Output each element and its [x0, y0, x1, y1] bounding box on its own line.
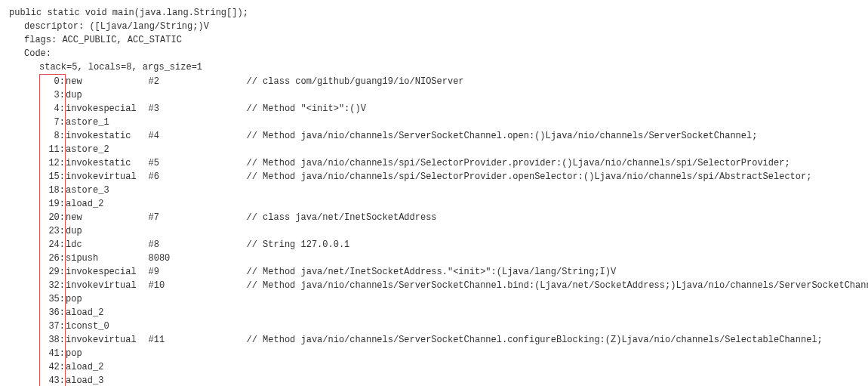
instruction-opcode: invokevirtual: [66, 333, 149, 347]
instruction-argument: #7: [149, 211, 247, 224]
instruction-argument: 8080: [149, 252, 247, 265]
instruction-offset: 35:: [40, 292, 66, 306]
method-signature: public static void main(java.lang.String…: [9, 6, 859, 20]
instruction-argument: [149, 197, 247, 211]
instruction-offset: 18:: [40, 184, 66, 197]
bytecode-row: 11:astore_2: [40, 143, 869, 156]
instruction-offset: 41:: [40, 347, 66, 360]
instruction-opcode: aload_3: [66, 374, 149, 386]
bytecode-row: 42:aload_2: [40, 360, 869, 374]
instruction-argument: [149, 143, 247, 156]
bytecode-row: 37:iconst_0: [40, 320, 869, 333]
instruction-argument: #3: [149, 102, 247, 116]
instruction-comment: [247, 116, 869, 129]
instruction-argument: #4: [149, 129, 247, 143]
instruction-comment: // Method java/nio/channels/ServerSocket…: [247, 333, 869, 347]
bytecode-row: 3:dup: [40, 88, 869, 102]
bytecode-row: 24:ldc#8// String 127.0.0.1: [40, 238, 869, 252]
instruction-comment: // Method java/nio/channels/spi/Selector…: [247, 170, 869, 184]
bytecode-row: 12:invokestatic#5// Method java/nio/chan…: [40, 156, 869, 170]
instruction-argument: [149, 292, 247, 306]
instruction-offset: 37:: [40, 320, 66, 333]
instruction-opcode: aload_2: [66, 197, 149, 211]
bytecode-row: 15:invokevirtual#6// Method java/nio/cha…: [40, 170, 869, 184]
instruction-opcode: aload_2: [66, 306, 149, 320]
instruction-argument: #2: [149, 75, 247, 89]
instruction-opcode: pop: [66, 292, 149, 306]
bytecode-row: 29:invokespecial#9// Method java/net/Ine…: [40, 265, 869, 279]
instruction-argument: #5: [149, 156, 247, 170]
instruction-opcode: new: [66, 75, 149, 89]
instruction-opcode: astore_3: [66, 184, 149, 197]
instruction-argument: [149, 320, 247, 333]
instruction-argument: #9: [149, 265, 247, 279]
instruction-comment: [247, 88, 869, 102]
instruction-comment: [247, 374, 869, 386]
bytecode-row: 43:aload_3: [40, 374, 869, 386]
instruction-comment: [247, 224, 869, 238]
bytecode-row: 0:new#2// class com/github/guang19/io/NI…: [40, 75, 869, 89]
method-descriptor: descriptor: ([Ljava/lang/String;)V: [9, 20, 859, 33]
instruction-comment: // Method java/nio/channels/ServerSocket…: [247, 129, 869, 143]
instruction-opcode: invokevirtual: [66, 170, 149, 184]
instruction-argument: #11: [149, 333, 247, 347]
instruction-offset: 12:: [40, 156, 66, 170]
instruction-offset: 15:: [40, 170, 66, 184]
instruction-offset: 29:: [40, 265, 66, 279]
instruction-argument: [149, 116, 247, 129]
instruction-opcode: dup: [66, 224, 149, 238]
method-flags: flags: ACC_PUBLIC, ACC_STATIC: [9, 33, 859, 47]
bytecode-row: 38:invokevirtual#11// Method java/nio/ch…: [40, 333, 869, 347]
instruction-opcode: invokestatic: [66, 156, 149, 170]
instruction-opcode: pop: [66, 347, 149, 360]
instruction-argument: #6: [149, 170, 247, 184]
bytecode-row: 41:pop: [40, 347, 869, 360]
instruction-comment: // Method "<init>":()V: [247, 102, 869, 116]
instruction-comment: [247, 360, 869, 374]
instruction-opcode: dup: [66, 88, 149, 102]
instruction-argument: [149, 374, 247, 386]
instruction-offset: 19:: [40, 197, 66, 211]
bytecode-row: 32:invokevirtual#10// Method java/nio/ch…: [40, 279, 869, 292]
bytecode-row: 4:invokespecial#3// Method "<init>":()V: [40, 102, 869, 116]
code-label: Code:: [9, 47, 859, 60]
instruction-offset: 3:: [40, 88, 66, 102]
bytecode-row: 18:astore_3: [40, 184, 869, 197]
instruction-comment: [247, 292, 869, 306]
bytecode-row: 7:astore_1: [40, 116, 869, 129]
instruction-comment: // class java/net/InetSocketAddress: [247, 211, 869, 224]
instruction-comment: [247, 143, 869, 156]
instruction-opcode: invokestatic: [66, 129, 149, 143]
instruction-offset: 11:: [40, 143, 66, 156]
instruction-argument: #8: [149, 238, 247, 252]
instruction-comment: // String 127.0.0.1: [247, 238, 869, 252]
instruction-comment: // Method java/net/InetSocketAddress."<i…: [247, 265, 869, 279]
instruction-opcode: astore_2: [66, 143, 149, 156]
instruction-comment: [247, 320, 869, 333]
bytecode-table: 0:new#2// class com/github/guang19/io/NI…: [39, 74, 868, 386]
instruction-offset: 26:: [40, 252, 66, 265]
instruction-offset: 24:: [40, 238, 66, 252]
bytecode-row: 26:sipush8080: [40, 252, 869, 265]
instruction-comment: // class com/github/guang19/io/NIOServer: [247, 75, 869, 89]
instruction-comment: [247, 252, 869, 265]
instruction-opcode: ldc: [66, 238, 149, 252]
instruction-argument: #10: [149, 279, 247, 292]
instruction-argument: [149, 360, 247, 374]
instruction-argument: [149, 347, 247, 360]
instruction-offset: 20:: [40, 211, 66, 224]
instruction-argument: [149, 88, 247, 102]
bytecode-row: 23:dup: [40, 224, 869, 238]
instruction-opcode: invokespecial: [66, 265, 149, 279]
instruction-opcode: invokevirtual: [66, 279, 149, 292]
bytecode-row: 20:new#7// class java/net/InetSocketAddr…: [40, 211, 869, 224]
instruction-comment: [247, 184, 869, 197]
instruction-comment: [247, 347, 869, 360]
instruction-offset: 42:: [40, 360, 66, 374]
instruction-offset: 23:: [40, 224, 66, 238]
instruction-opcode: invokespecial: [66, 102, 149, 116]
instruction-opcode: new: [66, 211, 149, 224]
instruction-comment: // Method java/nio/channels/spi/Selector…: [247, 156, 869, 170]
instruction-comment: [247, 306, 869, 320]
instruction-offset: 43:: [40, 374, 66, 386]
